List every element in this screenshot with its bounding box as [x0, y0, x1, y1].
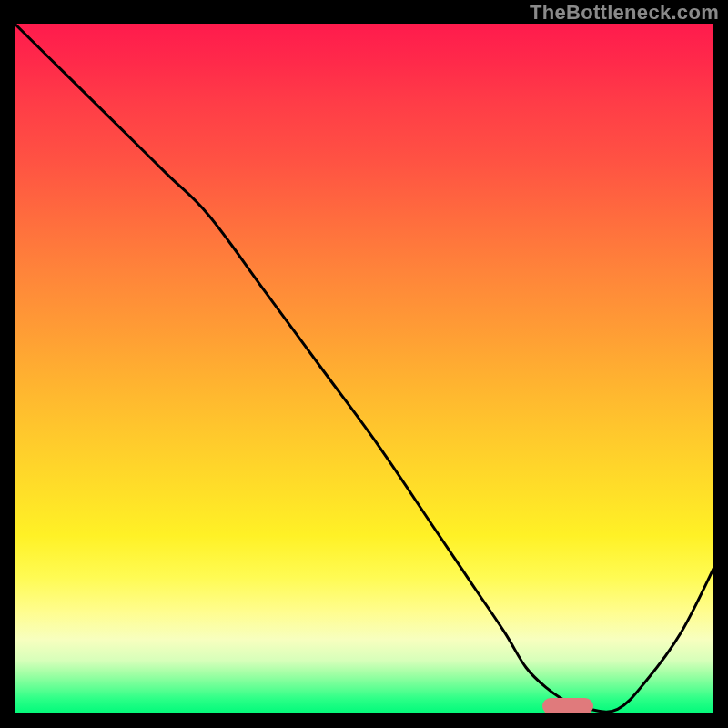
optimum-marker [542, 698, 593, 714]
watermark-text: TheBottleneck.com [530, 1, 719, 25]
chart-plot-area [12, 21, 716, 716]
bottleneck-curve [12, 21, 716, 716]
chart-frame [12, 21, 716, 716]
